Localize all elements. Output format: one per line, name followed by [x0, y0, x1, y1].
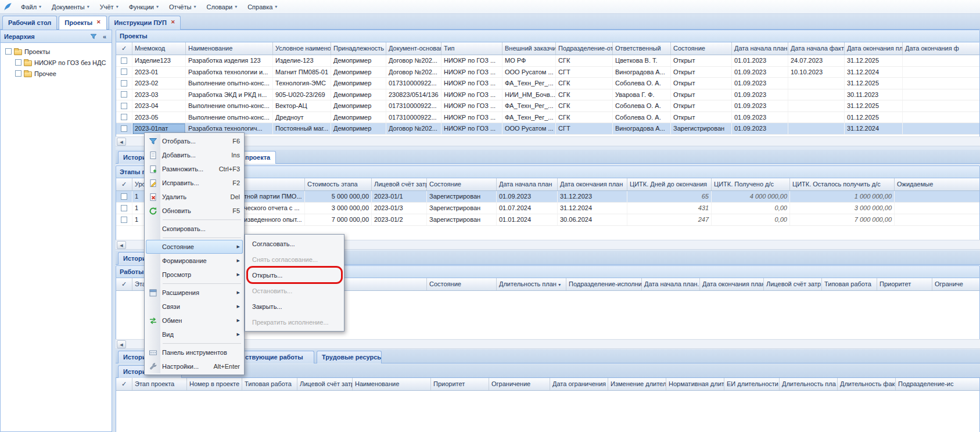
menu-item[interactable]: Скопировать... [146, 222, 243, 236]
menu-item[interactable]: Настройки...Alt+Enter [146, 359, 243, 373]
menubar-item[interactable]: Отчёты▾ [164, 0, 201, 13]
table-row[interactable]: 2023-01патРазработка технологич...Постоя… [116, 123, 979, 135]
menu-item[interactable]: Размножить...Ctrl+F3 [146, 162, 243, 176]
menubar-item[interactable]: Справка▾ [242, 0, 282, 13]
menu-item[interactable]: УдалитьDel [146, 190, 243, 204]
close-icon[interactable]: ✕ [171, 19, 175, 30]
menubar-item[interactable]: Учёт▾ [95, 0, 124, 13]
menu-item[interactable]: Обмен▶ [146, 314, 243, 327]
column-header[interactable]: Подразделение-от [556, 42, 613, 55]
panel-tab[interactable]: проекта [240, 151, 276, 164]
column-header[interactable]: Лицевой счёт затр [297, 378, 353, 390]
select-all-column-header[interactable]: ✓ [116, 42, 132, 55]
column-header[interactable]: Наименование [186, 42, 273, 55]
row-select-cell[interactable] [116, 55, 132, 66]
scroll-left-icon[interactable]: ◀ [117, 241, 126, 249]
filter-icon[interactable] [89, 32, 98, 41]
table-row[interactable]: 2023-01Разработка технологии и...Магнит … [116, 67, 979, 78]
tree-node[interactable]: НИОКР по ГОЗ без НДС [2, 57, 112, 68]
column-header[interactable]: Лицевой счёт затрат [372, 178, 427, 190]
row-select-cell[interactable] [116, 214, 132, 225]
menu-item[interactable]: Исправить...F2 [146, 176, 243, 190]
column-header[interactable]: ЦИТК. Дней до окончания [627, 178, 712, 190]
checkbox[interactable] [15, 70, 21, 77]
row-select-cell[interactable] [116, 67, 132, 78]
menu-item[interactable]: Связи▶ [146, 300, 243, 314]
column-header[interactable]: Дата начала план. [732, 42, 788, 55]
column-header[interactable]: Стоимость этапа [305, 178, 372, 190]
menubar-item[interactable]: Документы▾ [46, 0, 95, 13]
select-all-column-header[interactable]: ✓ [116, 178, 132, 190]
menubar-item[interactable]: Файл▾ [16, 0, 46, 13]
column-header[interactable]: Дата окончания план [700, 278, 764, 290]
column-header[interactable]: Ограничение [489, 378, 550, 390]
workspace-tab[interactable]: Проекты✕ [59, 16, 106, 30]
menu-item[interactable]: Панель инструментов [146, 345, 243, 359]
column-header[interactable]: Тип [441, 42, 502, 55]
column-header[interactable]: Документ-основан [386, 42, 441, 55]
menu-item[interactable]: Расширения▶ [146, 286, 243, 300]
row-select-cell[interactable] [116, 203, 132, 214]
column-header[interactable]: Дата начала план. [642, 278, 700, 290]
table-row[interactable]: 2023-03Разработка ЭКД и РКД н...905-U020… [116, 89, 979, 101]
column-header[interactable]: Ограниче [932, 278, 980, 290]
menu-item[interactable]: Открыть... [246, 267, 343, 283]
tree-node[interactable]: Проекты [2, 46, 112, 57]
collapse-panel-button[interactable]: « [100, 32, 109, 41]
checkbox[interactable] [15, 59, 21, 66]
menubar-item[interactable]: Словари▾ [201, 0, 242, 13]
select-all-column-header[interactable]: ✓ [116, 278, 132, 290]
menu-item[interactable]: Просмотр▶ [146, 268, 243, 282]
menu-item[interactable]: Добавить...Ins [146, 148, 243, 162]
scroll-left-icon[interactable]: ◀ [117, 340, 126, 348]
column-header[interactable]: Состояние [427, 278, 497, 290]
column-header[interactable]: Лицевой счёт затр [764, 278, 822, 290]
checkbox[interactable] [121, 205, 127, 211]
column-header[interactable]: ЦИТК. Осталось получить д/с [790, 178, 895, 190]
column-header[interactable]: Типовая работа [822, 278, 877, 290]
column-header[interactable]: Ожидаемые [895, 178, 980, 190]
column-header[interactable]: Состояние [671, 42, 732, 55]
column-header[interactable]: ЕИ длительности [724, 378, 780, 390]
select-all-column-header[interactable]: ✓ [116, 378, 132, 390]
workspace-tab[interactable]: Инструкции ПУП✕ [109, 16, 181, 30]
menu-item[interactable]: Отобрать...F6 [146, 134, 243, 148]
column-header[interactable]: Дата ограничения [550, 378, 608, 390]
column-header[interactable]: Приоритет [431, 378, 489, 390]
column-header[interactable]: Приоритет [877, 278, 932, 290]
checkbox[interactable] [121, 125, 127, 132]
checkbox[interactable] [121, 217, 127, 223]
column-header[interactable]: Принадлежность [331, 42, 386, 55]
column-header[interactable]: Дата окончания план [558, 178, 627, 190]
close-icon[interactable]: ✕ [96, 19, 101, 30]
column-header[interactable]: Мнемокод [132, 42, 186, 55]
column-header[interactable]: Внешний заказчик [502, 42, 556, 55]
menubar-item[interactable]: Функции▾ [124, 0, 164, 13]
column-header[interactable]: Дата окончания ф [903, 42, 980, 55]
column-header[interactable]: Наименование [353, 378, 431, 390]
table-row[interactable]: 1тной партии ПМО...5 000 000,002023-01/1… [116, 191, 979, 203]
table-row[interactable]: 1ческого отчета с ...3 000 000,002023-01… [116, 203, 979, 214]
table-row[interactable]: 2023-05Выполнение опытно-конс...Дредноут… [116, 112, 979, 124]
menu-item[interactable]: Закрыть... [246, 298, 343, 314]
column-header[interactable]: Состояние [427, 178, 497, 190]
column-header[interactable]: Изменение длител [608, 378, 666, 390]
row-select-cell[interactable] [116, 100, 132, 111]
column-header[interactable]: Нормативная длит [666, 378, 724, 390]
column-header[interactable]: Условное наименова [273, 42, 331, 55]
menu-item[interactable]: Согласовать... [246, 236, 343, 251]
horizontal-scrollbar[interactable]: ◀ [116, 339, 980, 349]
row-select-cell[interactable] [116, 78, 132, 89]
column-header[interactable]: Длительность фак [838, 378, 896, 390]
row-select-cell[interactable] [116, 123, 132, 134]
checkbox[interactable] [121, 57, 127, 64]
checkbox[interactable] [121, 80, 127, 87]
row-select-cell[interactable] [116, 112, 132, 123]
row-select-cell[interactable] [116, 89, 132, 100]
checkbox[interactable] [121, 69, 127, 75]
checkbox[interactable] [121, 103, 127, 109]
menu-item[interactable]: Формирование▶ [146, 254, 243, 268]
column-header[interactable]: Этап проекта [132, 378, 187, 390]
table-row[interactable]: Изделие123Разработка изделия 123Изделие-… [116, 55, 979, 67]
table-row[interactable]: 2023-04Выполнение опытно-конс...Вектор-А… [116, 100, 979, 112]
